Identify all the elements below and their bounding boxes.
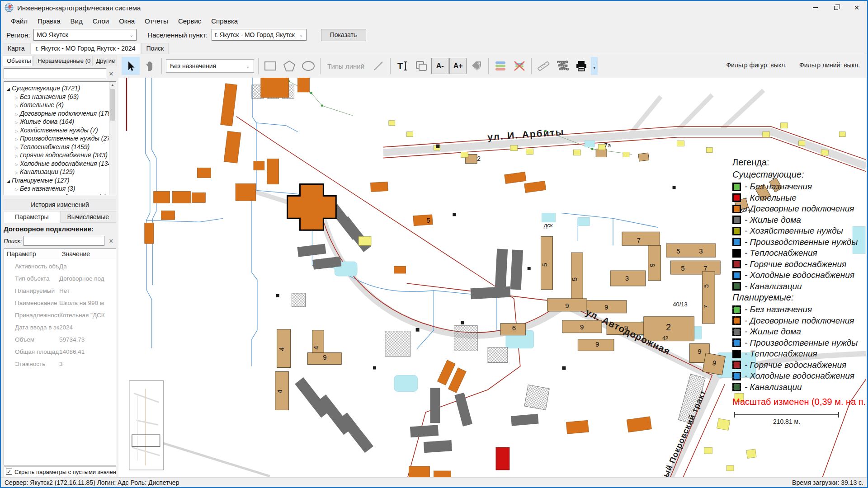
column-value[interactable]: Значение bbox=[59, 249, 93, 260]
tree-collapsed-icon[interactable]: ▷ bbox=[15, 187, 18, 192]
folding-ruler-button[interactable] bbox=[553, 57, 571, 75]
building-label: 9 bbox=[604, 303, 608, 311]
tree-collapsed-icon[interactable]: ▷ bbox=[15, 145, 18, 150]
parameter-tab[interactable]: Вычисляемые bbox=[60, 211, 117, 223]
clear-search-icon[interactable]: ✕ bbox=[106, 70, 116, 77]
hide-empty-checkbox[interactable]: ✓ bbox=[6, 469, 12, 475]
tree-item[interactable]: ▷Производственные нужды (27) bbox=[7, 135, 115, 143]
pan-tool-button[interactable] bbox=[141, 57, 159, 75]
filter-shapes-status[interactable]: Фильтр фигур: выкл. bbox=[726, 61, 787, 69]
column-parameter[interactable]: Параметр bbox=[4, 249, 59, 260]
scrollbar-thumb[interactable] bbox=[110, 89, 115, 121]
parameter-row[interactable]: Тип объектаДоговорное под bbox=[4, 272, 116, 285]
map-overview-inset[interactable] bbox=[129, 380, 164, 470]
tree-scrollbar[interactable]: ▲ bbox=[109, 82, 116, 195]
tree-item[interactable]: ▷Хозяйственные нужды (7) bbox=[7, 127, 115, 135]
parameter-row[interactable]: Общая площадь14086,41 bbox=[4, 346, 116, 358]
document-tab[interactable]: г. Якутск - МО Город Якутск - 2024 bbox=[30, 43, 140, 54]
printer-icon bbox=[575, 60, 588, 72]
layers-fill-button[interactable] bbox=[491, 57, 509, 75]
layers-clear-button[interactable] bbox=[510, 57, 528, 75]
tab-history[interactable]: История изменений bbox=[4, 199, 116, 210]
scroll-up-icon[interactable]: ▲ bbox=[109, 82, 116, 88]
tree-collapsed-icon[interactable]: ▷ bbox=[15, 95, 18, 100]
settlement-select[interactable]: г. Якутск - МО Город Якутск ⌄ bbox=[212, 29, 307, 41]
tree-expanded-icon[interactable]: ◢ bbox=[7, 179, 10, 183]
tree-collapsed-icon[interactable]: ▷ bbox=[15, 129, 18, 133]
tree-collapsed-icon[interactable]: ▷ bbox=[15, 120, 18, 125]
tree-collapsed-icon[interactable]: ▷ bbox=[15, 103, 18, 108]
menu-item-Правка[interactable]: Правка bbox=[33, 15, 65, 27]
label-refresh-button[interactable] bbox=[467, 57, 486, 75]
tree-group[interactable]: ◢Планируемые (127) bbox=[7, 177, 115, 185]
tree-item[interactable]: ▷Теплоснабжения (1459) bbox=[7, 143, 115, 152]
legend-item: - Жилые дома bbox=[732, 327, 866, 337]
menu-item-Слои[interactable]: Слои bbox=[88, 15, 113, 27]
tree-expanded-icon[interactable]: ◢ bbox=[7, 87, 10, 91]
parameter-row[interactable]: Активность объектаДа bbox=[4, 260, 116, 272]
parameter-row[interactable]: Этажность3 bbox=[4, 358, 116, 370]
document-tab[interactable]: Карта bbox=[3, 43, 29, 54]
duplicate-shape-button[interactable] bbox=[412, 57, 430, 75]
tree-item[interactable]: ▷Жилые дома (164) bbox=[7, 118, 115, 127]
tree-group[interactable]: ◢Существующие (3721) bbox=[7, 84, 115, 93]
show-button[interactable]: Показать bbox=[321, 29, 366, 41]
tree-item[interactable]: ▷Без назначения (3) bbox=[7, 185, 115, 193]
font-increase-button[interactable]: A+ bbox=[449, 58, 467, 74]
measure-button[interactable] bbox=[534, 57, 552, 75]
tree-item[interactable]: ▷Котельные (4) bbox=[7, 101, 115, 110]
parameter-row[interactable]: ПланируемыйНет bbox=[4, 285, 116, 297]
draw-polygon-button[interactable] bbox=[280, 57, 298, 75]
tree-item[interactable]: ▷Без назначения (63) bbox=[7, 93, 115, 102]
menu-item-Файл[interactable]: Файл bbox=[6, 15, 32, 27]
tree-collapsed-icon[interactable]: ▷ bbox=[15, 154, 18, 158]
draw-line-button[interactable] bbox=[369, 57, 387, 75]
tree-collapsed-icon[interactable]: ▷ bbox=[15, 170, 18, 175]
objects-search-input[interactable] bbox=[4, 68, 106, 79]
print-button[interactable] bbox=[572, 57, 590, 75]
parameter-tab[interactable]: Параметры bbox=[4, 211, 60, 223]
document-tab[interactable]: Поиск bbox=[141, 43, 169, 54]
tree-collapsed-icon[interactable]: ▷ bbox=[15, 137, 18, 141]
region-select[interactable]: МО Якутск ⌄ bbox=[33, 29, 137, 41]
tree-item[interactable]: ▷Договорные подключения (6) bbox=[7, 193, 115, 196]
parameter-row[interactable]: Принадлежность к коКотельная "ДСК bbox=[4, 309, 116, 321]
param-search-input[interactable] bbox=[24, 236, 104, 246]
tree-item[interactable]: ▷Горячие водоснабжения (343) bbox=[7, 151, 115, 160]
menu-item-Окна[interactable]: Окна bbox=[114, 15, 139, 27]
tree-item-label: Без назначения (3) bbox=[20, 185, 75, 192]
clear-search-icon[interactable]: ✕ bbox=[106, 238, 116, 244]
line-types-dropdown[interactable]: Типы линий bbox=[323, 62, 369, 70]
layers-icon bbox=[494, 60, 507, 72]
select-tool-button[interactable] bbox=[122, 57, 140, 75]
legend-swatch bbox=[732, 227, 741, 235]
shape-type-dropdown[interactable]: Без назначения ⌄ bbox=[166, 59, 254, 73]
objects-tab[interactable]: Объекты bbox=[3, 56, 33, 66]
menu-item-Отчеты[interactable]: Отчеты bbox=[140, 15, 173, 27]
tree-item[interactable]: ▷Канализации (129) bbox=[7, 168, 115, 177]
tree-group-label: Существующие (3721) bbox=[12, 84, 80, 92]
parameter-row[interactable]: Объем59734,73 bbox=[4, 333, 116, 346]
objects-tab[interactable]: Неразмещенные (0) bbox=[33, 56, 91, 66]
map-canvas[interactable]: ул. И. Арбитыул. Автодорожнаяый Покровск… bbox=[118, 78, 866, 477]
parameter-row[interactable]: НаименованиеШкола на 990 м bbox=[4, 297, 116, 309]
draw-rectangle-button[interactable] bbox=[261, 57, 279, 75]
text-tool-button[interactable]: T bbox=[393, 57, 411, 75]
tree-collapsed-icon[interactable]: ▷ bbox=[15, 112, 18, 117]
minimize-button[interactable] bbox=[805, 1, 826, 14]
filter-lines-status[interactable]: Фильтр линий: выкл. bbox=[799, 61, 860, 69]
close-button[interactable]: ✕ bbox=[846, 1, 867, 14]
parameter-row[interactable]: Дата ввода в эксплуат2024 bbox=[4, 321, 116, 333]
menu-item-Справка[interactable]: Справка bbox=[207, 15, 242, 27]
tree-item[interactable]: ▷Договорные подключения (178) bbox=[7, 110, 115, 118]
restore-button[interactable] bbox=[826, 1, 846, 14]
menu-item-Вид[interactable]: Вид bbox=[66, 15, 87, 27]
font-decrease-button[interactable]: A- bbox=[431, 58, 448, 74]
menu-item-Сервис[interactable]: Сервис bbox=[174, 15, 206, 27]
draw-ellipse-button[interactable] bbox=[299, 57, 317, 75]
tree-collapsed-icon[interactable]: ▷ bbox=[15, 162, 18, 167]
objects-tab[interactable]: Другие bbox=[92, 56, 117, 66]
toolbar-overflow-button[interactable]: = ▾ bbox=[591, 57, 598, 75]
building-label: 5 bbox=[681, 264, 684, 272]
tree-item[interactable]: ▷Холодные водоснабжения (1347) bbox=[7, 160, 115, 169]
